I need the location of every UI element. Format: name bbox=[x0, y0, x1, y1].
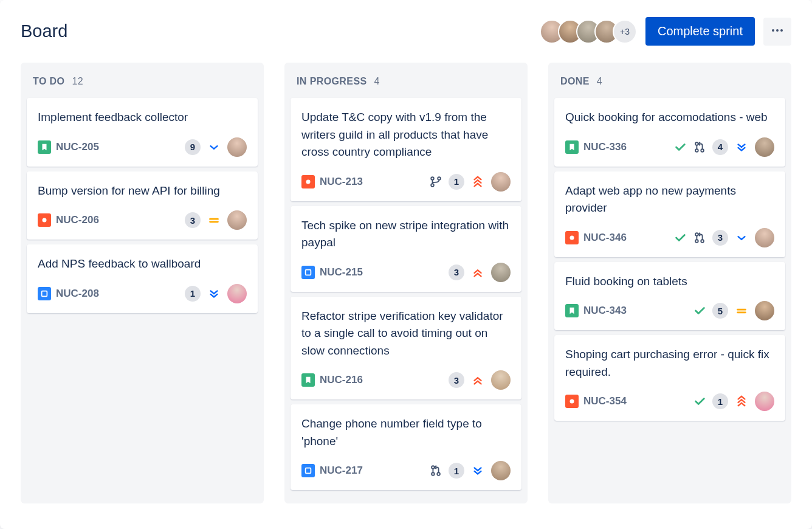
column-count: 4 bbox=[597, 76, 602, 87]
issue-card[interactable]: Change phone number field type to 'phone… bbox=[291, 404, 521, 490]
pull-request-icon bbox=[429, 464, 442, 477]
card-meta: 9 bbox=[185, 137, 247, 157]
svg-point-8 bbox=[431, 177, 434, 180]
issue-key-group: NUC-216 bbox=[301, 373, 363, 387]
issue-card[interactable]: Bump version for new API for billing NUC… bbox=[27, 171, 258, 240]
done-check-icon bbox=[673, 140, 687, 154]
issue-key-group: NUC-354 bbox=[565, 395, 627, 408]
svg-point-19 bbox=[570, 235, 574, 240]
issue-summary: Add NPS feedback to wallboard bbox=[38, 255, 247, 273]
card-meta: 3 bbox=[449, 370, 511, 390]
svg-rect-12 bbox=[306, 468, 311, 474]
issue-card[interactable]: Implement feedback collector NUC-205 9 bbox=[27, 98, 258, 167]
issue-key[interactable]: NUC-217 bbox=[320, 465, 363, 477]
issue-type-story-icon bbox=[565, 304, 579, 317]
issue-key-group: NUC-205 bbox=[38, 140, 99, 154]
issue-key[interactable]: NUC-336 bbox=[583, 141, 627, 153]
svg-point-10 bbox=[438, 177, 441, 180]
card-meta: 3 bbox=[673, 228, 774, 247]
issue-card[interactable]: Fluid booking on tablets NUC-343 5 bbox=[554, 262, 785, 331]
complete-sprint-button[interactable]: Complete sprint bbox=[645, 17, 755, 46]
issue-key[interactable]: NUC-206 bbox=[56, 214, 99, 226]
priority-high-icon bbox=[470, 373, 485, 387]
story-points-badge: 5 bbox=[712, 303, 728, 319]
avatar-overflow[interactable]: +3 bbox=[613, 19, 637, 44]
issue-key[interactable]: NUC-354 bbox=[583, 395, 627, 407]
issue-summary: Refactor stripe verification key validat… bbox=[301, 308, 511, 360]
svg-point-3 bbox=[43, 218, 47, 223]
svg-point-15 bbox=[437, 472, 440, 475]
done-check-icon bbox=[693, 304, 706, 317]
story-points-badge: 9 bbox=[185, 139, 201, 155]
assignee-avatar[interactable] bbox=[755, 392, 774, 411]
assignee-avatar[interactable] bbox=[755, 301, 774, 320]
card-footer: NUC-213 1 bbox=[301, 172, 511, 192]
assignee-avatar[interactable] bbox=[755, 228, 774, 247]
board-header: Board +3 Complete sprint bbox=[21, 17, 791, 46]
svg-point-18 bbox=[701, 149, 704, 152]
card-footer: NUC-205 9 bbox=[38, 137, 247, 157]
issue-card[interactable]: Update T&C copy with v1.9 from the write… bbox=[291, 98, 521, 201]
issue-summary: Quick booking for accomodations - web bbox=[565, 109, 774, 126]
board-app: Board +3 Complete sprint TO DO12 Impleme… bbox=[0, 0, 812, 529]
assignee-avatar[interactable] bbox=[491, 370, 511, 390]
svg-point-25 bbox=[570, 399, 574, 404]
assignee-avatar[interactable] bbox=[491, 172, 511, 192]
avatar-stack[interactable]: +3 bbox=[540, 19, 637, 44]
issue-key[interactable]: NUC-205 bbox=[56, 141, 99, 153]
assignee-avatar[interactable] bbox=[227, 284, 247, 303]
issue-card[interactable]: Add NPS feedback to wallboard NUC-208 1 bbox=[27, 244, 258, 313]
column-title: IN PROGRESS bbox=[297, 76, 367, 87]
issue-card[interactable]: Quick booking for accomodations - web NU… bbox=[554, 98, 785, 167]
column-header: TO DO12 bbox=[27, 71, 258, 98]
story-points-badge: 1 bbox=[185, 286, 201, 302]
issue-key[interactable]: NUC-215 bbox=[320, 266, 363, 278]
svg-point-2 bbox=[780, 29, 783, 32]
issue-type-bug-icon bbox=[565, 395, 579, 408]
priority-low-icon bbox=[734, 230, 749, 245]
priority-highest-icon bbox=[734, 394, 749, 409]
issue-card[interactable]: Adapt web app no new payments provider N… bbox=[554, 171, 785, 257]
svg-rect-6 bbox=[42, 291, 47, 296]
svg-point-1 bbox=[776, 29, 779, 32]
assignee-avatar[interactable] bbox=[491, 461, 511, 480]
issue-summary: Implement feedback collector bbox=[38, 109, 247, 126]
card-footer: NUC-208 1 bbox=[38, 284, 247, 303]
assignee-avatar[interactable] bbox=[755, 137, 774, 157]
done-check-icon bbox=[693, 395, 706, 408]
issue-key[interactable]: NUC-216 bbox=[320, 374, 363, 386]
assignee-avatar[interactable] bbox=[491, 263, 511, 282]
svg-point-9 bbox=[431, 184, 434, 187]
done-check-icon bbox=[673, 231, 687, 244]
issue-key[interactable]: NUC-208 bbox=[56, 288, 99, 300]
issue-key-group: NUC-217 bbox=[301, 464, 363, 477]
issue-card[interactable]: Shoping cart purchasing error - quick fi… bbox=[554, 335, 785, 421]
more-actions-button[interactable] bbox=[763, 18, 791, 46]
more-icon bbox=[770, 23, 785, 40]
issue-key[interactable]: NUC-343 bbox=[583, 305, 627, 317]
issue-card[interactable]: Refactor stripe verification key validat… bbox=[291, 297, 521, 400]
issue-key[interactable]: NUC-213 bbox=[320, 176, 363, 188]
issue-card[interactable]: Tech spike on new stripe integration wit… bbox=[291, 206, 521, 292]
pull-request-icon bbox=[693, 231, 706, 244]
branch-icon bbox=[429, 175, 442, 188]
card-footer: NUC-336 4 bbox=[565, 137, 774, 157]
issue-key-group: NUC-215 bbox=[301, 266, 363, 279]
story-points-badge: 1 bbox=[712, 393, 728, 409]
card-meta: 3 bbox=[449, 263, 511, 282]
card-meta: 3 bbox=[185, 210, 247, 230]
svg-rect-11 bbox=[306, 269, 311, 275]
issue-type-bug-icon bbox=[301, 175, 315, 188]
assignee-avatar[interactable] bbox=[227, 137, 247, 157]
story-points-badge: 3 bbox=[449, 264, 464, 280]
column-count: 12 bbox=[72, 76, 83, 87]
issue-key-group: NUC-208 bbox=[38, 287, 99, 300]
issue-summary: Shoping cart purchasing error - quick fi… bbox=[565, 346, 774, 381]
card-footer: NUC-216 3 bbox=[301, 370, 511, 390]
issue-key[interactable]: NUC-346 bbox=[583, 232, 627, 244]
pull-request-icon bbox=[693, 140, 706, 154]
card-meta: 1 bbox=[185, 284, 247, 303]
assignee-avatar[interactable] bbox=[227, 210, 247, 230]
issue-summary: Tech spike on new stripe integration wit… bbox=[301, 217, 511, 252]
priority-lowest-icon bbox=[734, 140, 749, 154]
